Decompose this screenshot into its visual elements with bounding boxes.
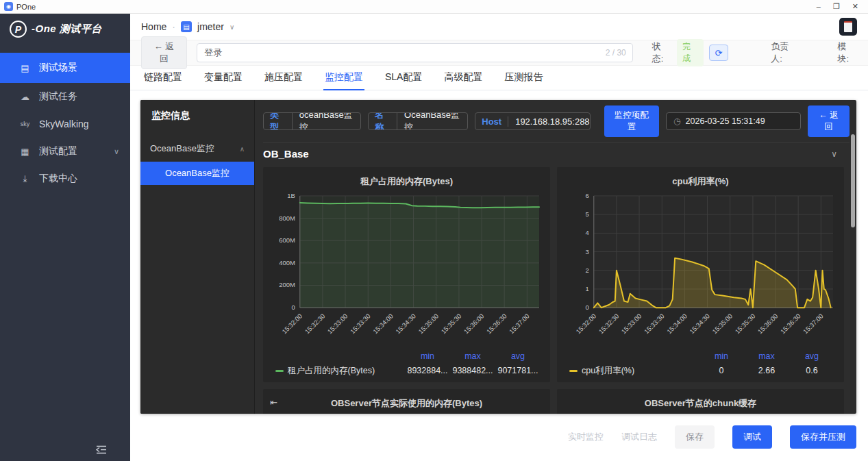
panel-scrollbar[interactable] xyxy=(851,134,855,227)
status-badge: 完成 xyxy=(677,39,704,66)
sidebar-item-label: 测试配置 xyxy=(39,145,77,158)
svg-text:15:33:00: 15:33:00 xyxy=(326,312,349,336)
chip-host: Host 192.168.18.95:2881 xyxy=(475,112,590,130)
tree-leaf-oceanbase-selected[interactable]: OceanBase监控 xyxy=(140,162,254,185)
legend-min-header: min xyxy=(405,351,450,365)
charts-row: 租户占用的内存(Bytes) 0200M400M600M800M1B15:32:… xyxy=(263,167,850,382)
owner-label: 负责人: xyxy=(771,40,799,65)
module-label: 模块: xyxy=(837,40,857,65)
scene-toolbar: ← 返回 2 / 30 状态: 完成 ⟳ 负责人: 模块: xyxy=(130,40,868,66)
chip-type-value: oceanBase监控 xyxy=(292,112,361,130)
svg-text:15:34:00: 15:34:00 xyxy=(665,312,689,336)
memory-line-chart[interactable]: 0200M400M600M800M1B15:32:0015:32:3015:33… xyxy=(269,189,545,351)
series-max: 9388482... xyxy=(450,366,495,375)
svg-text:3: 3 xyxy=(586,248,589,256)
tab-advanced-config[interactable]: 高级配置 xyxy=(443,66,484,90)
svg-text:15:32:00: 15:32:00 xyxy=(574,312,597,336)
breadcrumb-home[interactable]: Home xyxy=(141,21,166,32)
svg-text:0: 0 xyxy=(586,303,589,311)
refresh-button[interactable]: ⟳ xyxy=(709,45,729,61)
cloud-icon: ☁ xyxy=(19,92,31,102)
status-label: 状态: xyxy=(652,40,671,65)
sidebar-item-test-task[interactable]: ☁ 测试任务 xyxy=(0,83,130,110)
breadcrumb: Home · ▤ jmeter ∨ xyxy=(141,21,234,32)
chart-legend: min max avg cpu利用率(%) 0 xyxy=(562,351,839,378)
legend-row[interactable]: cpu利用率(%) 0 2.66 0.6 xyxy=(569,365,834,377)
tab-variable-config[interactable]: 变量配置 xyxy=(203,66,244,90)
tab-link-config[interactable]: 链路配置 xyxy=(142,66,184,90)
sidebar-item-label: SkyWalking xyxy=(39,119,89,129)
monitor-back-button[interactable]: ← 返回 xyxy=(808,105,850,137)
datetime-picker[interactable]: ◷ 2026-03-25 15:31:49 xyxy=(666,112,801,130)
refresh-icon: ⟳ xyxy=(715,48,723,58)
sidebar-item-label: 测试任务 xyxy=(39,90,77,103)
svg-text:400M: 400M xyxy=(279,259,295,266)
svg-text:15:34:30: 15:34:30 xyxy=(688,312,711,336)
maximize-button[interactable]: ❐ xyxy=(833,3,840,10)
clipboard-icon: ▤ xyxy=(19,63,31,73)
tab-pressure-config[interactable]: 施压配置 xyxy=(263,66,304,90)
svg-text:15:36:00: 15:36:00 xyxy=(756,312,780,336)
sidebar-item-test-scene[interactable]: ▤ 测试场景 xyxy=(0,53,130,83)
chart-legend: min max avg 租户占用的内存(Bytes) 893288 xyxy=(269,351,545,378)
tab-content: 监控信息 OceanBase监控 ∧ OceanBase监控 类型 oceanB… xyxy=(130,90,868,413)
svg-text:200M: 200M xyxy=(279,281,295,288)
chip-type: 类型 oceanBase监控 xyxy=(263,112,361,130)
back-button[interactable]: ← 返回 xyxy=(141,36,187,69)
tab-sla-config[interactable]: SLA配置 xyxy=(384,66,423,90)
legend-max-header: max xyxy=(450,351,495,365)
series-avg: 0.6 xyxy=(789,366,834,375)
sidebar-collapse-button[interactable] xyxy=(95,445,108,457)
chevron-down-icon: ∨ xyxy=(114,147,119,156)
action-footer: 实时监控 调试日志 保存 调试 保存并压测 xyxy=(130,413,868,461)
chart-card-cpu: cpu利用率(%) 012345615:32:0015:32:3015:33:0… xyxy=(557,167,844,382)
scene-name-field: 2 / 30 xyxy=(197,43,633,62)
sidebar-item-download-center[interactable]: ⤓ 下载中心 xyxy=(0,165,130,192)
series-marker xyxy=(275,370,284,372)
dock-left-icon[interactable]: ⇤ xyxy=(270,397,277,408)
collapse-icon xyxy=(95,445,108,455)
chevron-down-icon[interactable]: ∨ xyxy=(230,23,234,31)
svg-text:1B: 1B xyxy=(287,192,295,199)
save-button[interactable]: 保存 xyxy=(675,425,715,449)
legend-row[interactable]: 租户占用的内存(Bytes) 8932884... 9388482... 907… xyxy=(275,365,541,377)
chart-card-memory: 租户占用的内存(Bytes) 0200M400M600M800M1B15:32:… xyxy=(263,167,550,382)
section-header-ob-base: OB_Base ∨ xyxy=(263,143,850,164)
sidebar-menu: ▤ 测试场景 ☁ 测试任务 sky SkyWalking ▦ 测试配置 ∨ ⤓ … xyxy=(0,53,130,192)
svg-text:2: 2 xyxy=(586,266,589,274)
save-and-test-button[interactable]: 保存并压测 xyxy=(790,425,856,449)
datetime-value: 2026-03-25 15:31:49 xyxy=(686,116,765,126)
svg-text:15:35:00: 15:35:00 xyxy=(417,312,440,336)
page-header: Home · ▤ jmeter ∨ xyxy=(130,14,868,40)
sidebar-item-skywalking[interactable]: sky SkyWalking xyxy=(0,110,130,138)
realtime-monitor-button[interactable]: 实时监控 xyxy=(568,431,604,443)
window-title: POne xyxy=(16,3,817,11)
tab-test-report[interactable]: 压测报告 xyxy=(503,66,544,90)
chip-host-label: Host xyxy=(475,116,508,127)
cpu-line-chart[interactable]: 012345615:32:0015:32:3015:33:0015:33:301… xyxy=(562,189,839,351)
svg-text:5: 5 xyxy=(586,210,589,218)
os-titlebar: ◉ POne – ❐ ✕ xyxy=(0,0,868,14)
tab-monitor-config[interactable]: 监控配置 xyxy=(323,66,364,90)
config-tabs: 链路配置 变量配置 施压配置 监控配置 SLA配置 高级配置 压测报告 xyxy=(130,66,868,90)
app-sidebar: P -One 测试平台 ▤ 测试场景 ☁ 测试任务 sky SkyWalking… xyxy=(0,14,130,461)
char-counter: 2 / 30 xyxy=(606,48,626,58)
project-name[interactable]: jmeter xyxy=(197,21,224,32)
monitor-main: 类型 oceanBase监控 名称 OceanBase监控 Host 192.1… xyxy=(255,100,856,414)
scene-name-input[interactable] xyxy=(197,43,633,62)
svg-text:4: 4 xyxy=(586,229,589,236)
series-min: 0 xyxy=(699,366,744,375)
close-button[interactable]: ✕ xyxy=(852,3,858,10)
monitor-item-config-button[interactable]: 监控项配置 xyxy=(604,105,660,137)
monitor-panel: 监控信息 OceanBase监控 ∧ OceanBase监控 类型 oceanB… xyxy=(140,100,856,414)
chevron-down-icon[interactable]: ∨ xyxy=(831,149,837,159)
app-icon: ◉ xyxy=(4,2,13,11)
sidebar-item-test-config[interactable]: ▦ 测试配置 ∨ xyxy=(0,138,130,165)
debug-log-button[interactable]: 调试日志 xyxy=(621,431,657,443)
tree-node-oceanbase[interactable]: OceanBase监控 ∧ xyxy=(140,137,254,162)
minimize-button[interactable]: – xyxy=(817,3,821,10)
logo-icon: P xyxy=(10,21,27,38)
avatar[interactable] xyxy=(839,18,857,36)
debug-button[interactable]: 调试 xyxy=(732,425,772,449)
monitor-sidebar: 监控信息 OceanBase监控 ∧ OceanBase监控 xyxy=(140,100,255,414)
